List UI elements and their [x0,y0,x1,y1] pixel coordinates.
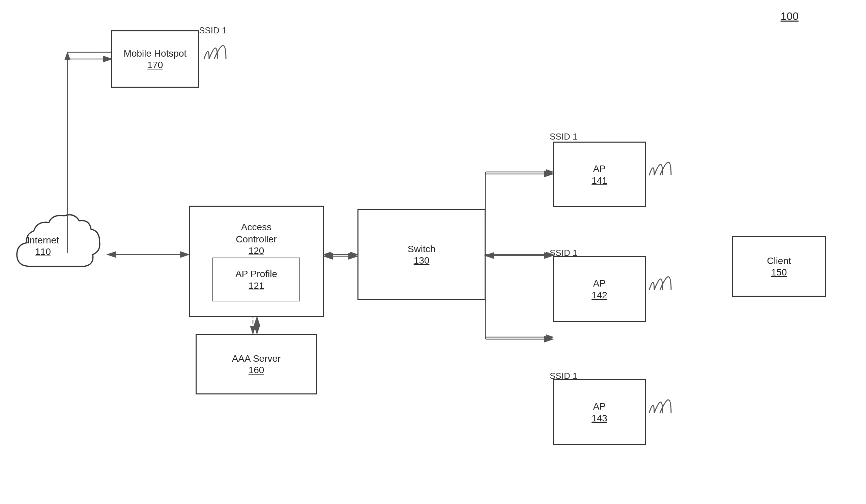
aaa-server-label: AAA Server [232,352,281,365]
mobile-hotspot-number: 170 [147,60,163,70]
mobile-hotspot-label: Mobile Hotspot [124,47,187,60]
ap143-wifi [646,386,686,440]
access-controller-box: AccessController 120 AP Profile 121 [189,206,324,317]
ap-profile-label: AP Profile [235,268,277,280]
switch-box: Switch 130 [357,209,486,300]
ap143-label: AP [593,401,606,413]
aaa-server-box: AAA Server 160 [196,334,317,394]
ap143-number: 143 [591,413,607,424]
ap142-number: 142 [591,290,607,301]
ssid-ap141-label: SSID 1 [550,132,577,142]
ap142-wifi [646,263,686,317]
ap-profile-box: AP Profile 121 [212,258,300,301]
ap141-label: AP [593,163,606,175]
diagram-title: 100 [781,10,799,23]
ap141-number: 141 [591,175,607,186]
ap142-box: AP 142 [553,256,646,322]
internet-cloud: Internet 110 [10,202,108,287]
ap-profile-number: 121 [248,280,264,291]
mobile-hotspot-box: Mobile Hotspot 170 [111,30,199,88]
mobile-hotspot-wifi [199,30,243,88]
client-label: Client [767,255,791,267]
internet-label: Internet [27,234,59,246]
ap141-wifi [646,148,686,202]
access-controller-label: AccessController [236,221,277,246]
ap141-box: AP 141 [553,142,646,207]
ap142-label: AP [593,278,606,290]
aaa-server-number: 160 [248,365,264,376]
ap143-box: AP 143 [553,379,646,445]
client-number: 150 [771,267,787,278]
access-controller-number: 120 [236,245,277,256]
switch-label: Switch [408,243,435,255]
internet-number: 110 [27,246,59,257]
switch-number: 130 [414,255,430,266]
client-box: Client 150 [732,236,826,297]
